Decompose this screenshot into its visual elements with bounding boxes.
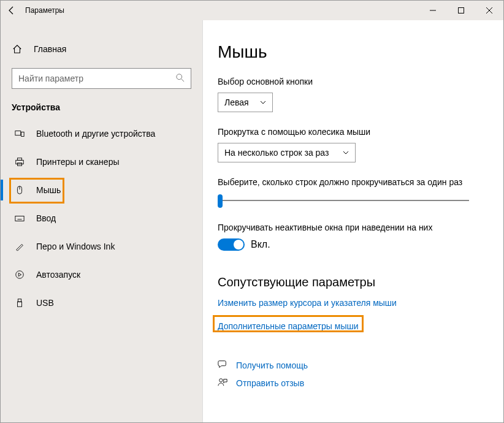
svg-point-4 — [177, 74, 182, 79]
maximize-button[interactable] — [447, 1, 475, 20]
svg-point-19 — [16, 271, 23, 278]
mouse-icon — [14, 185, 25, 196]
svg-rect-8 — [16, 160, 23, 164]
search-icon — [176, 74, 185, 84]
sidebar-item-label: Мышь — [36, 185, 61, 195]
sidebar-item-label: Ввод — [36, 213, 56, 223]
printer-icon — [14, 156, 25, 167]
svg-rect-1 — [459, 8, 464, 13]
link-cursor-size[interactable]: Изменить размер курсора и указателя мыши — [218, 298, 489, 308]
svg-rect-9 — [17, 158, 21, 161]
scroll-wheel-dropdown[interactable]: На несколько строк за раз — [218, 143, 356, 162]
page-title: Мышь — [218, 42, 489, 62]
usb-icon — [14, 297, 25, 308]
sidebar: Главная Найти параметр Устройства Blueto… — [1, 20, 203, 422]
help-icon — [218, 359, 227, 371]
inactive-windows-toggle[interactable] — [218, 238, 245, 251]
sidebar-item-label: USB — [36, 298, 54, 308]
sidebar-item-printers[interactable]: Принтеры и сканеры — [1, 148, 202, 176]
sidebar-item-autoplay[interactable]: Автозапуск — [1, 261, 202, 289]
window-title: Параметры — [25, 6, 64, 15]
home-label: Главная — [34, 44, 66, 54]
back-button[interactable] — [6, 4, 18, 17]
sidebar-item-mouse[interactable]: Мышь — [1, 176, 202, 204]
svg-line-5 — [181, 78, 184, 81]
content-area: Мышь Выбор основной кнопки Левая Прокрут… — [203, 20, 503, 422]
primary-button-label: Выбор основной кнопки — [218, 77, 489, 86]
link-advanced-mouse[interactable]: Дополнительные параметры мыши — [218, 318, 359, 335]
sidebar-item-label: Принтеры и сканеры — [36, 157, 119, 167]
category-label: Устройства — [1, 102, 202, 120]
slider-thumb[interactable] — [218, 194, 223, 208]
chevron-down-icon — [343, 150, 349, 156]
dropdown-value: Левая — [224, 97, 249, 107]
svg-rect-7 — [21, 132, 24, 136]
dropdown-value: На несколько строк за раз — [224, 148, 329, 158]
toggle-state-label: Вкл. — [251, 239, 270, 250]
sidebar-item-label: Перо и Windows Ink — [36, 242, 115, 251]
lines-label: Выберите, сколько строк должно прокручив… — [218, 177, 489, 187]
feedback-link[interactable]: Отправить отзыв — [218, 377, 489, 389]
svg-rect-13 — [15, 216, 24, 221]
feedback-icon — [218, 377, 227, 389]
search-placeholder: Найти параметр — [18, 74, 83, 83]
get-help-label: Получить помощь — [236, 360, 308, 370]
home-nav[interactable]: Главная — [1, 39, 202, 59]
lines-slider[interactable] — [218, 193, 469, 208]
inactive-windows-label: Прокручивать неактивные окна при наведен… — [218, 223, 489, 232]
titlebar: Параметры — [1, 1, 503, 20]
autoplay-icon — [14, 269, 25, 280]
pen-icon — [14, 241, 25, 252]
sidebar-item-label: Bluetooth и другие устройства — [36, 129, 155, 139]
get-help-link[interactable]: Получить помощь — [218, 359, 489, 371]
sidebar-item-label: Автозапуск — [36, 270, 80, 280]
slider-track — [218, 200, 469, 201]
scroll-wheel-label: Прокрутка с помощью колесика мыши — [218, 127, 489, 137]
primary-button-dropdown[interactable]: Левая — [218, 93, 273, 112]
minimize-button[interactable] — [419, 1, 447, 20]
chevron-down-icon — [260, 99, 266, 105]
related-settings-heading: Сопутствующие параметры — [218, 275, 489, 289]
home-icon — [12, 44, 23, 55]
search-input[interactable]: Найти параметр — [12, 68, 191, 89]
svg-point-22 — [220, 379, 223, 382]
feedback-label: Отправить отзыв — [236, 378, 304, 388]
toggle-knob — [234, 240, 243, 250]
keyboard-icon — [14, 213, 25, 224]
devices-icon — [14, 128, 25, 139]
sidebar-item-pen[interactable]: Перо и Windows Ink — [1, 232, 202, 261]
svg-rect-6 — [15, 131, 21, 135]
sidebar-item-usb[interactable]: USB — [1, 289, 202, 317]
svg-rect-20 — [18, 299, 21, 302]
close-button[interactable] — [475, 1, 503, 20]
sidebar-item-typing[interactable]: Ввод — [1, 204, 202, 232]
svg-rect-21 — [17, 302, 21, 307]
sidebar-item-bluetooth[interactable]: Bluetooth и другие устройства — [1, 120, 202, 148]
